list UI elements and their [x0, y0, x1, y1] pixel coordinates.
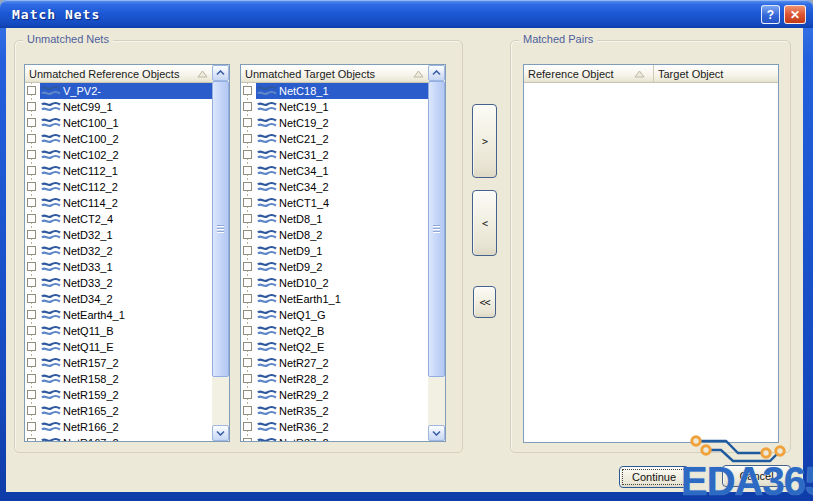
list-item[interactable]: NetC19_2 — [241, 115, 428, 131]
move-all-left-button[interactable]: << — [473, 286, 496, 318]
expand-plus-icon[interactable] — [243, 374, 252, 383]
expand-plus-icon[interactable] — [27, 246, 36, 255]
list-item[interactable]: NetEarth1_1 — [241, 291, 428, 307]
list-item[interactable]: NetD9_1 — [241, 243, 428, 259]
scroll-track[interactable] — [428, 81, 445, 425]
list-item[interactable]: NetR27_2 — [241, 355, 428, 371]
list-item[interactable]: NetD8_1 — [241, 211, 428, 227]
expand-plus-icon[interactable] — [243, 390, 252, 399]
expand-plus-icon[interactable] — [243, 166, 252, 175]
list-item[interactable]: NetR166_2 — [25, 419, 212, 435]
expand-plus-icon[interactable] — [27, 230, 36, 239]
expand-plus-icon[interactable] — [27, 118, 36, 127]
scroll-down-button[interactable] — [212, 425, 229, 441]
list-item[interactable]: NetD34_2 — [25, 291, 212, 307]
expand-plus-icon[interactable] — [243, 422, 252, 431]
list-item[interactable]: NetC114_2 — [25, 195, 212, 211]
list-item[interactable]: NetR165_2 — [25, 403, 212, 419]
reference-list-scrollbar[interactable] — [212, 65, 229, 441]
list-item[interactable]: NetC18_1 — [241, 83, 428, 99]
list-item[interactable]: NetR35_2 — [241, 403, 428, 419]
list-item[interactable]: NetQ11_E — [25, 339, 212, 355]
list-item[interactable]: NetQ2_E — [241, 339, 428, 355]
list-item[interactable]: NetD9_2 — [241, 259, 428, 275]
expand-plus-icon[interactable] — [27, 358, 36, 367]
scroll-thumb[interactable] — [428, 81, 445, 377]
list-item[interactable]: V_PV2- — [25, 83, 212, 99]
list-item[interactable]: NetR159_2 — [25, 387, 212, 403]
list-item[interactable]: NetR28_2 — [241, 371, 428, 387]
expand-plus-icon[interactable] — [243, 294, 252, 303]
scroll-up-button[interactable] — [212, 65, 229, 81]
expand-plus-icon[interactable] — [27, 406, 36, 415]
list-item[interactable]: NetD33_1 — [25, 259, 212, 275]
expand-plus-icon[interactable] — [243, 406, 252, 415]
expand-plus-icon[interactable] — [27, 390, 36, 399]
help-button[interactable]: ? — [761, 5, 780, 24]
list-item[interactable]: NetC34_1 — [241, 163, 428, 179]
expand-plus-icon[interactable] — [27, 214, 36, 223]
expand-plus-icon[interactable] — [243, 262, 252, 271]
title-bar[interactable]: Match Nets ? ✕ — [0, 0, 813, 28]
expand-plus-icon[interactable] — [27, 262, 36, 271]
expand-plus-icon[interactable] — [243, 134, 252, 143]
expand-plus-icon[interactable] — [243, 438, 252, 441]
continue-button[interactable]: Continue — [619, 466, 689, 488]
move-right-button[interactable]: > — [472, 104, 497, 178]
expand-plus-icon[interactable] — [243, 230, 252, 239]
list-item[interactable]: NetR36_2 — [241, 419, 428, 435]
expand-plus-icon[interactable] — [27, 310, 36, 319]
list-item[interactable]: NetC21_2 — [241, 131, 428, 147]
close-button[interactable]: ✕ — [784, 5, 806, 24]
list-item[interactable]: NetCT1_4 — [241, 195, 428, 211]
scroll-track[interactable] — [212, 81, 229, 425]
expand-plus-icon[interactable] — [243, 182, 252, 191]
list-item[interactable]: NetCT2_4 — [25, 211, 212, 227]
move-left-button[interactable]: < — [472, 190, 497, 256]
expand-plus-icon[interactable] — [243, 102, 252, 111]
list-item[interactable]: NetR37_2 — [241, 435, 428, 441]
list-item[interactable]: NetQ11_B — [25, 323, 212, 339]
list-item[interactable]: NetR29_2 — [241, 387, 428, 403]
expand-plus-icon[interactable] — [243, 278, 252, 287]
expand-plus-icon[interactable] — [27, 134, 36, 143]
expand-plus-icon[interactable] — [27, 342, 36, 351]
list-item[interactable]: NetC100_2 — [25, 131, 212, 147]
expand-plus-icon[interactable] — [243, 118, 252, 127]
expand-plus-icon[interactable] — [243, 246, 252, 255]
cancel-button[interactable]: Cancel — [722, 465, 791, 487]
list-item[interactable]: NetC102_2 — [25, 147, 212, 163]
scroll-up-button[interactable] — [428, 65, 445, 81]
list-item[interactable]: NetQ2_B — [241, 323, 428, 339]
list-item[interactable]: NetC99_1 — [25, 99, 212, 115]
expand-plus-icon[interactable] — [27, 326, 36, 335]
expand-plus-icon[interactable] — [27, 198, 36, 207]
expand-plus-icon[interactable] — [243, 326, 252, 335]
expand-plus-icon[interactable] — [243, 86, 252, 95]
list-item[interactable]: NetC112_2 — [25, 179, 212, 195]
expand-plus-icon[interactable] — [27, 150, 36, 159]
list-item[interactable]: NetC100_1 — [25, 115, 212, 131]
list-item[interactable]: NetQ1_G — [241, 307, 428, 323]
list-item[interactable]: NetEarth4_1 — [25, 307, 212, 323]
list-item[interactable]: NetC112_1 — [25, 163, 212, 179]
list-item[interactable]: NetC19_1 — [241, 99, 428, 115]
target-objects-column-header[interactable]: Unmatched Target Objects — [241, 65, 428, 83]
reference-objects-column-header[interactable]: Unmatched Reference Objects — [25, 65, 212, 83]
expand-plus-icon[interactable] — [243, 310, 252, 319]
expand-plus-icon[interactable] — [27, 278, 36, 287]
list-item[interactable]: NetC31_2 — [241, 147, 428, 163]
expand-plus-icon[interactable] — [27, 166, 36, 175]
expand-plus-icon[interactable] — [27, 374, 36, 383]
expand-plus-icon[interactable] — [27, 422, 36, 431]
expand-plus-icon[interactable] — [243, 150, 252, 159]
target-list-scrollbar[interactable] — [428, 65, 445, 441]
expand-plus-icon[interactable] — [243, 214, 252, 223]
list-item[interactable]: NetD32_1 — [25, 227, 212, 243]
scroll-down-button[interactable] — [428, 425, 445, 441]
list-item[interactable]: NetR167_2 — [25, 435, 212, 441]
expand-plus-icon[interactable] — [243, 198, 252, 207]
list-item[interactable]: NetR157_2 — [25, 355, 212, 371]
expand-plus-icon[interactable] — [243, 358, 252, 367]
list-item[interactable]: NetD10_2 — [241, 275, 428, 291]
